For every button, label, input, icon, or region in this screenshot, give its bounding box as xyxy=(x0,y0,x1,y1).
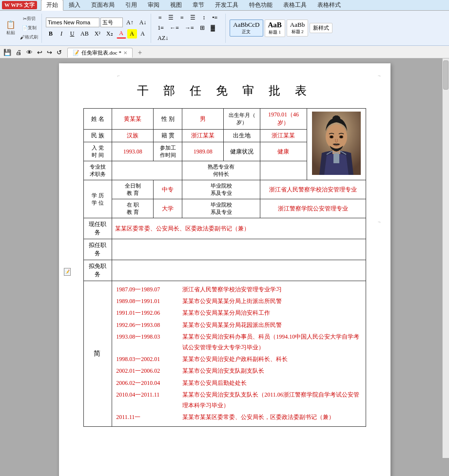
edu-inservice-label: 在 职 教 育 xyxy=(112,199,154,218)
font-size-input[interactable] xyxy=(100,18,123,27)
resume-date: 1993.08一1998.03 xyxy=(116,331,179,353)
table-row: 拟任职务 xyxy=(83,239,366,260)
edu-fulltime-school-value: 浙江省人民警察学校治安管理专业 xyxy=(260,180,366,199)
bold-button[interactable]: B xyxy=(46,29,56,38)
tab-insert[interactable]: 插入 xyxy=(63,0,86,11)
bullets-button[interactable]: •≡ xyxy=(210,13,220,22)
style-h1-preset[interactable]: AaB 标题 1 xyxy=(265,19,285,37)
justify-button[interactable]: ☰ xyxy=(188,13,198,22)
doc-tab[interactable]: 📝 任免审批表.doc * ✕ xyxy=(67,48,133,57)
resume-lines: 1987.09一1989.07浙江省人民警察学校治安管理专业学习1989.08一… xyxy=(116,284,361,422)
font-selector: A↑ A↓ xyxy=(46,18,149,27)
specialty-label: 专业技 术职务 xyxy=(83,161,112,180)
clear-format-button[interactable]: A xyxy=(138,29,148,38)
new-style-preview: 新样式 xyxy=(313,24,329,32)
specialty-note-label: 熟悉专业有 何特长 xyxy=(182,161,260,180)
print-preview-icon[interactable]: 👁 xyxy=(25,48,34,57)
tab-table-tools[interactable]: 表格工具 xyxy=(278,0,312,11)
wps-logo[interactable]: W WPS 文字 xyxy=(2,1,37,9)
scrollbar-thumb[interactable] xyxy=(443,60,449,90)
left-note-icon[interactable]: 📝 xyxy=(64,268,71,276)
indent-decrease-button[interactable]: ←≡ xyxy=(167,23,181,33)
tab-developer[interactable]: 开发工具 xyxy=(210,0,244,11)
birthdate-value: 1970.01（46岁） xyxy=(260,109,307,130)
superscript-button[interactable]: X² xyxy=(92,29,103,38)
paste-button[interactable]: 📋 粘贴 xyxy=(4,19,18,37)
table-row: 学 历 学 位 全日制 教 育 中专 毕业院校 系及专业 浙江省人民警察学校治安… xyxy=(83,180,366,199)
work-date-value: 1989.08 xyxy=(182,142,224,161)
resume-label: 简 xyxy=(83,281,112,427)
underline-button[interactable]: U xyxy=(67,29,77,38)
tab-chapter[interactable]: 章节 xyxy=(187,0,210,11)
style-h2-preview: AaBb xyxy=(290,21,305,29)
italic-button[interactable]: I xyxy=(57,29,66,38)
resume-date: 1998.03一2002.01 xyxy=(116,354,179,364)
tab-layout[interactable]: 页面布局 xyxy=(86,0,120,11)
style-normal-preset[interactable]: AaBbCcD 正文 xyxy=(230,19,263,37)
align-left-button[interactable]: ≡ xyxy=(155,13,165,22)
resume-line-item: 1992.06一1993.08某某市公安局某某分局花园派出所民警 xyxy=(116,320,361,330)
resume-date: 2006.02一2010.04 xyxy=(116,378,179,388)
specialty-blank xyxy=(112,161,182,180)
edu-inservice-school-label: 毕业院校 系及专业 xyxy=(182,199,260,218)
education-label: 学 历 学 位 xyxy=(83,180,112,218)
doc-icon: 📝 xyxy=(73,50,79,56)
party-date-label: 入 党 时 间 xyxy=(83,142,112,161)
subscript-button[interactable]: X₂ xyxy=(104,29,116,38)
page: ⌐ ¬ 干 部 任 免 审 批 表 姓 名 黄某某 性 别 男 出生年月（ 岁）… xyxy=(59,63,390,476)
format-painter-button[interactable]: 🖌 格式刷 xyxy=(19,33,39,41)
line-spacing-button[interactable]: ↕ xyxy=(199,13,209,22)
tab-review[interactable]: 审阅 xyxy=(142,0,165,11)
gender-label: 性 别 xyxy=(154,109,182,130)
indent-increase-button[interactable]: →≡ xyxy=(182,23,196,33)
native-place-label: 籍 贯 xyxy=(154,130,182,142)
print-icon[interactable]: 🖨 xyxy=(14,48,23,57)
health-label: 健康状况 xyxy=(224,142,260,161)
tab-special[interactable]: 特色功能 xyxy=(244,0,278,11)
ethnicity-label: 民 族 xyxy=(83,130,112,142)
tab-table-style[interactable]: 表格样式 xyxy=(312,0,346,11)
page-corner-tl: ⌐ xyxy=(117,73,120,78)
edu-fulltime-value: 中专 xyxy=(154,180,182,199)
style-h2-preset[interactable]: AaBb 标题 2 xyxy=(287,19,308,37)
numbering-button[interactable]: 1≡ xyxy=(155,23,166,33)
resume-line-item: 1987.09一1989.07浙江省人民警察学校治安管理专业学习 xyxy=(116,284,361,295)
resume-text: 某某市某某区委常委、公安局长，区委政法委副书记（兼） xyxy=(182,412,361,422)
decrease-font-button[interactable]: A↓ xyxy=(137,18,149,27)
strikethrough-button[interactable]: AB xyxy=(78,29,91,38)
resume-text: 浙江省人民警察学校治安管理专业学习 xyxy=(182,284,361,295)
edu-fulltime-school-label: 毕业院校 系及专业 xyxy=(182,180,260,199)
close-tab-button[interactable]: ✕ xyxy=(123,50,127,56)
menu-bar: W WPS 文字 开始 插入 页面布局 引用 审阅 视图 章节 开发工具 特色功… xyxy=(0,0,449,11)
new-style-preset[interactable]: 新样式 xyxy=(310,23,332,33)
borders-button[interactable]: ⊞ xyxy=(197,23,207,33)
name-label: 姓 名 xyxy=(83,109,112,130)
tab-start[interactable]: 开始 xyxy=(41,0,63,11)
align-right-button[interactable]: ≡ xyxy=(177,13,187,22)
sort-button[interactable]: AZ↓ xyxy=(155,34,171,43)
scrollbar[interactable] xyxy=(442,58,449,458)
increase-font-button[interactable]: A↑ xyxy=(124,18,136,27)
font-color-button[interactable]: A xyxy=(117,29,126,38)
tab-reference[interactable]: 引用 xyxy=(120,0,142,11)
resume-text: 某某市公安局某某分局治安科工作 xyxy=(182,307,361,318)
cut-button[interactable]: ✂ 剪切 xyxy=(19,15,39,23)
font-name-input[interactable] xyxy=(46,18,99,27)
format-buttons: B I U AB X² X₂ A A A xyxy=(46,29,149,38)
align-center-button[interactable]: ☰ xyxy=(166,13,176,22)
undo-icon[interactable]: ↩ xyxy=(36,48,44,57)
style-h2-label: 标题 2 xyxy=(290,29,305,35)
name-value: 黄某某 xyxy=(112,109,154,130)
highlight-button[interactable]: A xyxy=(127,29,137,38)
redo-icon[interactable]: ↪ xyxy=(45,48,54,57)
sync-icon[interactable]: ↺ xyxy=(55,48,63,57)
resume-date: 1987.09一1989.07 xyxy=(116,284,179,295)
save-icon[interactable]: 💾 xyxy=(2,48,13,57)
resume-row: 简 1987.09一1989.07浙江省人民警察学校治安管理专业学习1989.0… xyxy=(83,281,366,427)
new-tab-button[interactable]: ＋ xyxy=(133,47,147,58)
copy-button[interactable]: 📄 复制 xyxy=(19,24,39,32)
shading-button[interactable]: ▓ xyxy=(208,23,218,33)
paste-icon: 📋 xyxy=(6,20,16,29)
tab-view[interactable]: 视图 xyxy=(165,0,187,11)
resume-date: 2002.01一2006.02 xyxy=(116,365,179,376)
